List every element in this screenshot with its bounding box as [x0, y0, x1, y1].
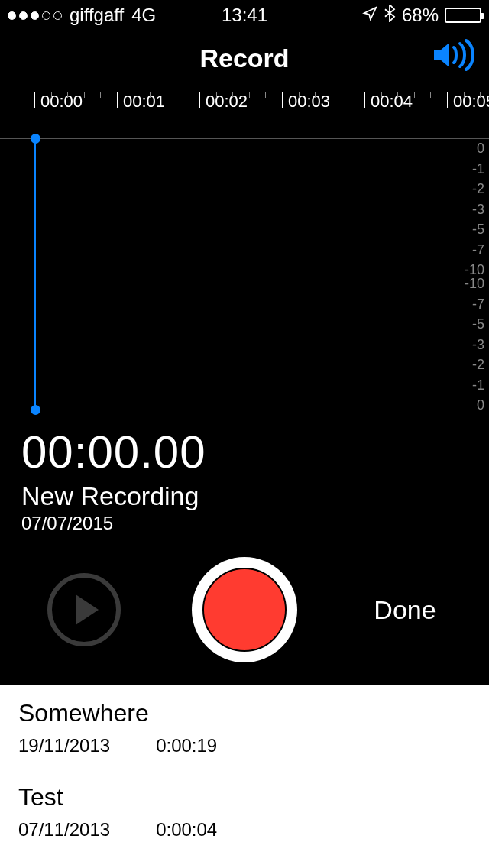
db-scale-label: -2	[472, 181, 484, 197]
waveform-area[interactable]: 0-1-2-3-5-7-10 -10-7-5-3-2-10	[0, 139, 489, 410]
speaker-button[interactable]	[431, 38, 474, 75]
status-bar: giffgaff 4G 13:41 68%	[0, 0, 489, 31]
ruler-label: 00:05	[453, 92, 489, 112]
page-title: Record	[199, 44, 289, 73]
done-button[interactable]: Done	[359, 595, 451, 625]
db-scale-label: -3	[472, 202, 484, 218]
play-button[interactable]	[47, 573, 121, 646]
list-item[interactable]: Test07/11/20130:00:04	[0, 769, 489, 853]
carrier-label: giffgaff	[70, 5, 124, 26]
db-scale-label: -3	[472, 337, 484, 353]
db-scale-label: 0	[477, 397, 484, 413]
db-scale-label: -5	[472, 316, 484, 332]
ruler-label: 00:04	[371, 92, 413, 112]
network-label: 4G	[131, 5, 156, 26]
recording-duration: 0:00:19	[156, 735, 217, 756]
ruler-label: 00:00	[40, 92, 83, 112]
recording-date: 07/11/2013	[18, 819, 110, 840]
play-icon	[76, 594, 99, 625]
list-item[interactable]: Unnamed Recording	[0, 853, 489, 868]
db-scale-label: -1	[472, 161, 484, 177]
db-scale-label: -10	[465, 276, 484, 292]
ruler-label: 00:02	[206, 92, 248, 112]
header: Record	[0, 31, 489, 86]
playhead-handle-top[interactable]	[31, 134, 40, 144]
ruler-label: 00:03	[288, 92, 330, 112]
recording-name: New Recording	[21, 481, 468, 511]
db-scale-label: -2	[472, 357, 484, 373]
recording-date: 07/07/2015	[21, 513, 468, 534]
list-item[interactable]: Somewhere19/11/20130:00:19	[0, 685, 489, 769]
db-scale-label: -7	[472, 242, 484, 258]
ruler-label: 00:01	[123, 92, 165, 112]
recording-title: Somewhere	[18, 699, 471, 727]
recording-timer: 00:00.00	[21, 426, 468, 478]
clock: 13:41	[222, 5, 267, 26]
recordings-list[interactable]: Somewhere19/11/20130:00:19Test07/11/2013…	[0, 685, 489, 868]
recording-title: Test	[18, 783, 471, 811]
playhead-handle-bottom[interactable]	[31, 405, 40, 415]
db-scale-label: -5	[472, 222, 484, 238]
location-icon	[362, 5, 377, 26]
record-icon	[202, 568, 287, 652]
timeline-ruler[interactable]: 00:0000:0100:0200:0300:0400:05	[0, 92, 489, 139]
current-recording-info: 00:00.00 New Recording 07/07/2015	[0, 410, 489, 542]
controls-row: Done	[0, 542, 489, 685]
db-scale-label: -1	[472, 377, 484, 394]
recording-duration: 0:00:04	[156, 819, 217, 840]
db-scale-label: -7	[472, 296, 484, 313]
playhead[interactable]	[34, 139, 36, 410]
bluetooth-icon	[384, 4, 396, 27]
recording-date: 19/11/2013	[18, 735, 110, 756]
db-scale-label: 0	[477, 141, 484, 157]
signal-strength-icon	[8, 11, 62, 20]
battery-percent: 68%	[402, 5, 439, 26]
battery-icon	[445, 8, 481, 23]
record-button[interactable]	[192, 557, 297, 662]
